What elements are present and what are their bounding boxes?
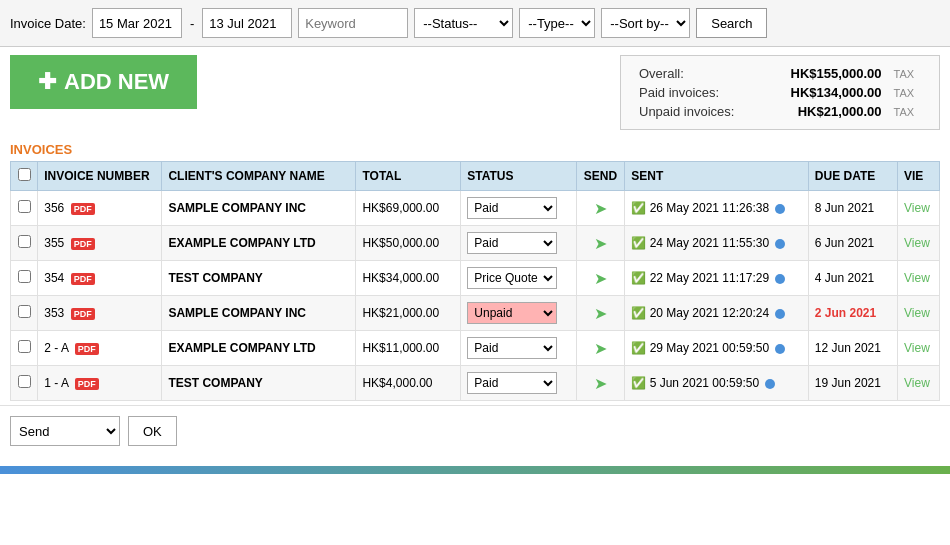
- add-new-button[interactable]: ✚ ADD NEW: [10, 55, 197, 109]
- overdue-date: 2 Jun 2021: [815, 306, 876, 320]
- ok-button[interactable]: OK: [128, 416, 177, 446]
- sent-info: ✅ 24 May 2021 11:55:30: [625, 226, 809, 261]
- status-dropdown[interactable]: PaidUnpaidPrice Quote: [467, 337, 557, 359]
- company-name: SAMPLE COMPANY INC: [162, 296, 356, 331]
- date-from-input[interactable]: [92, 8, 182, 38]
- sent-check-icon: ✅: [631, 271, 646, 285]
- table-row: 2 - A PDFEXAMPLE COMPANY LTDHK$11,000.00…: [11, 331, 940, 366]
- view-link-cell[interactable]: View: [898, 331, 940, 366]
- send-arrow-icon[interactable]: ➤: [594, 234, 607, 253]
- search-button[interactable]: Search: [696, 8, 767, 38]
- view-link-cell[interactable]: View: [898, 261, 940, 296]
- status-dropdown[interactable]: PaidUnpaidPrice Quote: [467, 372, 557, 394]
- plus-icon: ✚: [38, 69, 56, 95]
- view-link-cell[interactable]: View: [898, 366, 940, 401]
- sent-info: ✅ 5 Jun 2021 00:59:50: [625, 366, 809, 401]
- send-arrow-icon[interactable]: ➤: [594, 199, 607, 218]
- send-button-cell[interactable]: ➤: [576, 296, 625, 331]
- view-link-cell[interactable]: View: [898, 226, 940, 261]
- due-date: 6 Jun 2021: [808, 226, 897, 261]
- status-dropdown[interactable]: PaidUnpaidPrice Quote: [467, 267, 557, 289]
- status-dropdown[interactable]: PaidUnpaidPrice Quote: [467, 197, 557, 219]
- summary-box: Overall: HK$155,000.00 TAX Paid invoices…: [620, 55, 940, 130]
- table-row: 354 PDFTEST COMPANYHK$34,000.00PaidUnpai…: [11, 261, 940, 296]
- pdf-icon: PDF: [75, 378, 99, 390]
- select-all-checkbox[interactable]: [18, 168, 31, 181]
- overall-amount: HK$155,000.00: [763, 64, 888, 83]
- view-link[interactable]: View: [904, 271, 930, 285]
- send-button-cell[interactable]: ➤: [576, 366, 625, 401]
- send-button-cell[interactable]: ➤: [576, 191, 625, 226]
- sent-check-icon: ✅: [631, 341, 646, 355]
- invoice-status[interactable]: PaidUnpaidPrice Quote: [461, 191, 576, 226]
- send-button-cell[interactable]: ➤: [576, 331, 625, 366]
- invoice-number: 354 PDF: [38, 261, 162, 296]
- table-row: 1 - A PDFTEST COMPANYHK$4,000.00PaidUnpa…: [11, 366, 940, 401]
- table-row: 353 PDFSAMPLE COMPANY INCHK$21,000.00Pai…: [11, 296, 940, 331]
- unpaid-label: Unpaid invoices:: [633, 102, 763, 121]
- row-checkbox[interactable]: [18, 200, 31, 213]
- date-separator: -: [190, 16, 194, 31]
- invoice-total: HK$34,000.00: [356, 261, 461, 296]
- send-arrow-icon[interactable]: ➤: [594, 304, 607, 323]
- sent-info: ✅ 29 May 2021 00:59:50: [625, 331, 809, 366]
- table-row: 356 PDFSAMPLE COMPANY INCHK$69,000.00Pai…: [11, 191, 940, 226]
- row-checkbox[interactable]: [18, 270, 31, 283]
- company-name: TEST COMPANY: [162, 366, 356, 401]
- due-date: 2 Jun 2021: [808, 296, 897, 331]
- view-link[interactable]: View: [904, 306, 930, 320]
- company-name: EXAMPLE COMPANY LTD: [162, 226, 356, 261]
- view-link-cell[interactable]: View: [898, 296, 940, 331]
- keyword-input[interactable]: [298, 8, 408, 38]
- bulk-send-select[interactable]: Send All Selected: [10, 416, 120, 446]
- row-checkbox[interactable]: [18, 375, 31, 388]
- header-company-name: CLIENT'S COMPANY NAME: [162, 162, 356, 191]
- invoice-status[interactable]: PaidUnpaidPrice Quote: [461, 331, 576, 366]
- sent-check-icon: ✅: [631, 201, 646, 215]
- view-link[interactable]: View: [904, 376, 930, 390]
- invoice-status[interactable]: PaidUnpaidPrice Quote: [461, 226, 576, 261]
- invoice-status[interactable]: PaidUnpaidPrice Quote: [461, 261, 576, 296]
- row-checkbox[interactable]: [18, 235, 31, 248]
- top-bar: Invoice Date: - --Status-- Paid Unpaid P…: [0, 0, 950, 47]
- status-select[interactable]: --Status-- Paid Unpaid Price Quote: [414, 8, 513, 38]
- invoice-status[interactable]: PaidUnpaidPrice Quote: [461, 366, 576, 401]
- status-dropdown[interactable]: PaidUnpaidPrice Quote: [467, 302, 557, 324]
- table-row: 355 PDFEXAMPLE COMPANY LTDHK$50,000.00Pa…: [11, 226, 940, 261]
- send-arrow-icon[interactable]: ➤: [594, 339, 607, 358]
- send-button-cell[interactable]: ➤: [576, 226, 625, 261]
- sent-dot-icon: [775, 204, 785, 214]
- header-status: STATUS: [461, 162, 576, 191]
- invoice-number: 1 - A PDF: [38, 366, 162, 401]
- view-link-cell[interactable]: View: [898, 191, 940, 226]
- pdf-icon: PDF: [71, 308, 95, 320]
- sent-dot-icon: [775, 309, 785, 319]
- date-to-input[interactable]: [202, 8, 292, 38]
- sent-dot-icon: [775, 274, 785, 284]
- add-new-label: ADD NEW: [64, 69, 169, 95]
- sent-info: ✅ 20 May 2021 12:20:24: [625, 296, 809, 331]
- view-link[interactable]: View: [904, 236, 930, 250]
- sort-select[interactable]: --Sort by-- Date Amount Status: [601, 8, 690, 38]
- view-link[interactable]: View: [904, 201, 930, 215]
- sent-info: ✅ 22 May 2021 11:17:29: [625, 261, 809, 296]
- send-button-cell[interactable]: ➤: [576, 261, 625, 296]
- due-date: 8 Jun 2021: [808, 191, 897, 226]
- invoice-number: 355 PDF: [38, 226, 162, 261]
- invoice-status[interactable]: PaidUnpaidPrice Quote: [461, 296, 576, 331]
- send-arrow-icon[interactable]: ➤: [594, 269, 607, 288]
- sent-dot-icon: [775, 239, 785, 249]
- status-dropdown[interactable]: PaidUnpaidPrice Quote: [467, 232, 557, 254]
- invoice-number: 2 - A PDF: [38, 331, 162, 366]
- sent-check-icon: ✅: [631, 376, 646, 390]
- send-arrow-icon[interactable]: ➤: [594, 374, 607, 393]
- view-link[interactable]: View: [904, 341, 930, 355]
- paid-amount: HK$134,000.00: [763, 83, 888, 102]
- unpaid-amount: HK$21,000.00: [763, 102, 888, 121]
- invoices-title: INVOICES: [10, 138, 940, 161]
- paid-tax: TAX: [888, 83, 927, 102]
- sent-dot-icon: [765, 379, 775, 389]
- row-checkbox[interactable]: [18, 340, 31, 353]
- row-checkbox[interactable]: [18, 305, 31, 318]
- type-select[interactable]: --Type-- Invoice Quote: [519, 8, 595, 38]
